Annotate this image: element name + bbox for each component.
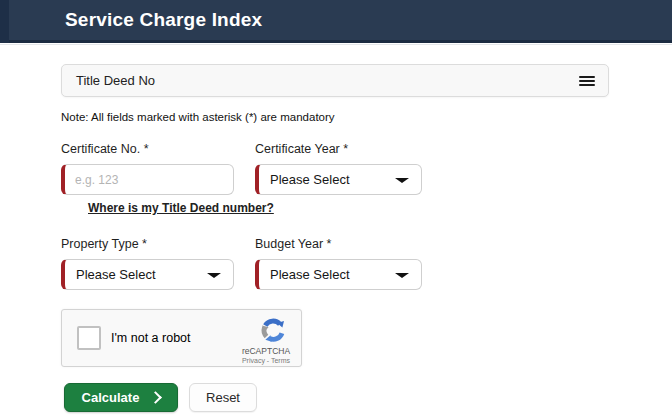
chevron-down-icon (395, 178, 409, 183)
calculate-button-label: Calculate (82, 390, 140, 405)
chevron-right-icon (150, 391, 163, 404)
title-deed-accordion-label: Title Deed No (62, 73, 155, 88)
mandatory-note: Note: All fields marked with asterisk (*… (61, 111, 335, 123)
certificate-year-label: Certificate Year * (255, 142, 348, 156)
certificate-no-label: Certificate No. * (61, 142, 149, 156)
recaptcha-icon (259, 317, 287, 343)
title-deed-accordion[interactable]: Title Deed No (61, 64, 609, 97)
header: Service Charge Index (0, 0, 672, 43)
property-type-label: Property Type * (61, 237, 147, 251)
recaptcha-label: I'm not a robot (111, 331, 191, 345)
certificate-year-select[interactable]: Please Select (255, 164, 422, 195)
budget-year-label: Budget Year * (255, 237, 331, 251)
certificate-no-input[interactable] (61, 164, 234, 195)
budget-year-select[interactable]: Please Select (255, 259, 422, 290)
budget-year-selected-value: Please Select (259, 267, 350, 282)
recaptcha-widget: I'm not a robot reCAPTCHA Privacy - Term… (61, 309, 302, 367)
reset-button-label: Reset (206, 390, 240, 405)
chevron-down-icon (395, 273, 409, 278)
recaptcha-privacy-terms-link[interactable]: Privacy - Terms (236, 357, 296, 364)
page: Service Charge Index Title Deed No Note:… (0, 0, 672, 420)
title-deed-help-link[interactable]: Where is my Title Deed number? (88, 201, 274, 215)
recaptcha-checkbox[interactable] (77, 326, 101, 350)
chevron-down-icon (207, 273, 221, 278)
property-type-selected-value: Please Select (65, 267, 156, 282)
page-title: Service Charge Index (65, 0, 262, 40)
reset-button[interactable]: Reset (189, 383, 257, 412)
header-left-edge (0, 0, 9, 43)
certificate-year-selected-value: Please Select (259, 172, 350, 187)
recaptcha-brand: reCAPTCHA (236, 346, 296, 356)
property-type-select[interactable]: Please Select (61, 259, 234, 290)
calculate-button[interactable]: Calculate (64, 383, 178, 412)
menu-icon (579, 74, 595, 88)
